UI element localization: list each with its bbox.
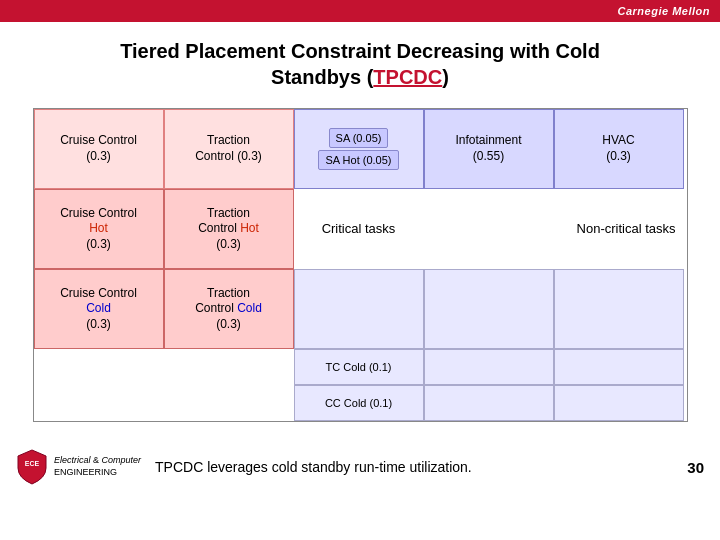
traction-cold-label: TractionControl Cold(0.3) <box>195 286 262 333</box>
empty-2-5 <box>164 385 294 421</box>
cruise-control-cell: Cruise Control(0.3) <box>34 109 164 189</box>
cruise-cold-label: Cruise ControlCold(0.3) <box>60 286 137 333</box>
slide-number: 30 <box>687 459 704 476</box>
noncritical-tasks-cell: Non-critical tasks <box>424 189 684 269</box>
empty-5-4 <box>554 349 684 385</box>
footer-bar: ECE Electrical & Computer ENGINEERING TP… <box>0 440 720 494</box>
traction-hot-cell: TractionControl Hot(0.3) <box>164 189 294 269</box>
page-title: Tiered Placement Constraint Decreasing w… <box>24 38 696 90</box>
tc-cold-label: TC Cold (0.1) <box>325 360 391 374</box>
cc-cold-cell: CC Cold (0.1) <box>294 385 424 421</box>
title-line1: Tiered Placement Constraint Decreasing w… <box>120 40 600 62</box>
infotainment-cell: Infotainment(0.55) <box>424 109 554 189</box>
main-content: Tiered Placement Constraint Decreasing w… <box>0 22 720 432</box>
empty-3-3 <box>294 269 424 349</box>
cmu-header-bar: Carnegie Mellon <box>0 0 720 22</box>
sa-label: SA (0.05) <box>329 128 389 148</box>
title-line2-end: ) <box>442 66 449 88</box>
traction-ctrl-label: TractionControl (0.3) <box>195 133 262 164</box>
ece-logo: ECE Electrical & Computer ENGINEERING <box>16 448 141 486</box>
hvac-cell: HVAC(0.3) <box>554 109 684 189</box>
ece-shield-icon: ECE <box>16 448 48 486</box>
empty-5-3 <box>554 269 684 349</box>
empty-1-5 <box>34 385 164 421</box>
footer-text: TPCDC leverages cold standby run-time ut… <box>155 459 673 475</box>
empty-5-5 <box>554 385 684 421</box>
title-line2-prefix: Standbys ( <box>271 66 373 88</box>
cmu-logo: Carnegie Mellon <box>618 5 710 17</box>
traction-cold-cell: TractionControl Cold(0.3) <box>164 269 294 349</box>
empty-1-4 <box>34 349 164 385</box>
title-acronym: TPCDC <box>373 66 442 88</box>
cruise-cold-cell: Cruise ControlCold(0.3) <box>34 269 164 349</box>
traction-control-cell: TractionControl (0.3) <box>164 109 294 189</box>
sa-cell: SA (0.05) SA Hot (0.05) <box>294 109 424 189</box>
ece-text: Electrical & Computer ENGINEERING <box>54 455 141 478</box>
noncritical-tasks-label: Non-critical tasks <box>577 221 676 238</box>
sa-hot-label: SA Hot (0.05) <box>318 150 398 170</box>
cruise-ctrl-label: Cruise Control(0.3) <box>60 133 137 164</box>
cruise-hot-cell: Cruise ControlHot(0.3) <box>34 189 164 269</box>
infotainment-label: Infotainment(0.55) <box>455 133 521 164</box>
tc-cold-cell: TC Cold (0.1) <box>294 349 424 385</box>
critical-tasks-cell: Critical tasks <box>294 189 424 269</box>
cc-cold-label: CC Cold (0.1) <box>325 396 392 410</box>
traction-hot-label: TractionControl Hot(0.3) <box>198 206 259 253</box>
svg-text:ECE: ECE <box>25 460 40 467</box>
empty-4-4 <box>424 349 554 385</box>
critical-tasks-label: Critical tasks <box>322 221 396 238</box>
cruise-hot-label: Cruise ControlHot(0.3) <box>60 206 137 253</box>
empty-2-4 <box>164 349 294 385</box>
placement-grid: Cruise Control(0.3) TractionControl (0.3… <box>33 108 688 422</box>
hvac-label: HVAC(0.3) <box>602 133 634 164</box>
empty-4-3 <box>424 269 554 349</box>
empty-4-5 <box>424 385 554 421</box>
